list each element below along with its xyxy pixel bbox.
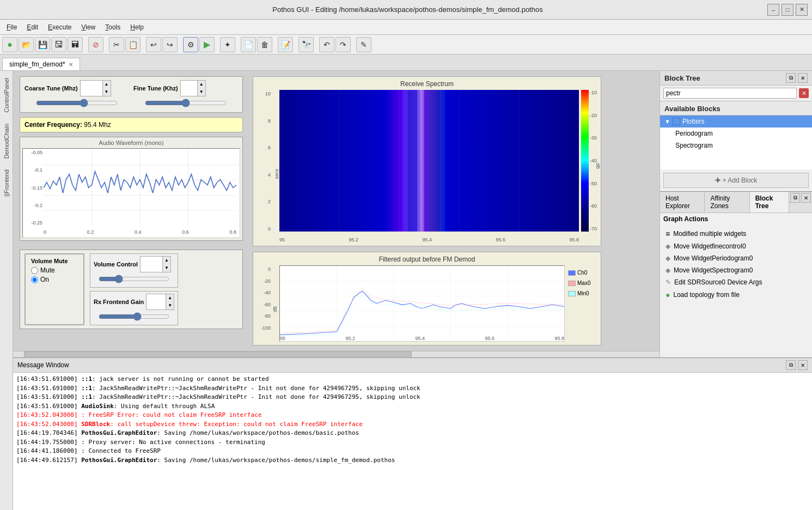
fine-tune-down-button[interactable]: ▼ (198, 88, 205, 96)
tb-undo-redo1-button[interactable]: ⊘ (88, 37, 103, 52)
tree-child-spectrogram[interactable]: Spectrogram (660, 139, 812, 151)
workspace[interactable]: Coarse Tune (Mhz) 95.4 ▲ ▼ (13, 71, 660, 357)
on-radio[interactable] (31, 276, 38, 283)
tb-save-button[interactable]: 💾 (35, 37, 50, 52)
horizontal-scrollbar[interactable] (13, 351, 660, 357)
document-tab[interactable]: simple_fm_demod* ✕ (2, 58, 80, 70)
block-search-input[interactable] (663, 88, 797, 99)
volume-slider[interactable] (99, 275, 169, 283)
available-blocks-label: Available Blocks (660, 101, 812, 116)
sidebar-tab-frontend[interactable]: ||Frontend (1, 165, 13, 202)
tb-open-button[interactable]: 📂 (19, 37, 34, 52)
bottom-close-button[interactable]: ✕ (801, 193, 811, 203)
menu-file[interactable]: File (2, 22, 21, 32)
tb-export-button[interactable]: 🖬 (68, 37, 83, 52)
coarse-tune-slider[interactable] (36, 99, 118, 107)
tb-play-button[interactable]: ▶ (199, 37, 215, 52)
rx-gain-up-button[interactable]: ▲ (166, 294, 174, 302)
rx-gain-input[interactable]: 25 (146, 297, 166, 307)
filtered-y-axis: 0-20-40-60-80-100 (257, 265, 272, 342)
sidebar-tab-demodchain[interactable]: DemodChain (1, 119, 13, 163)
workspace-canvas[interactable]: Coarse Tune (Mhz) 95.4 ▲ ▼ (13, 71, 660, 357)
msg-float-button[interactable]: ⧉ (786, 360, 796, 370)
menu-tools[interactable]: Tools (101, 22, 125, 32)
coarse-tune-input[interactable]: 95.4 (81, 83, 102, 93)
tb-delete-button[interactable]: 🗑 (257, 37, 272, 52)
colorbar-svg (581, 90, 589, 232)
msg-line-4: [16:43:51.691000] AudioSink: Using defau… (16, 402, 809, 411)
bottom-float-button[interactable]: ⧉ (790, 193, 800, 203)
tb-cut-button[interactable]: ✂ (109, 37, 124, 52)
ga-item-move-widget1[interactable]: ◆ Move WidgetfinecontroI0 (662, 240, 810, 252)
tab-host-explorer[interactable]: Host Explorer (660, 192, 705, 212)
tb-forward-button[interactable]: ↷ (335, 37, 351, 52)
menu-view[interactable]: View (77, 22, 100, 32)
menu-edit[interactable]: Edit (22, 22, 42, 32)
tb-copy-button[interactable]: 📋 (125, 37, 141, 52)
tb-paste-button[interactable]: 📄 (241, 37, 256, 52)
minimize-button[interactable]: – (767, 4, 779, 16)
graph-actions-title: Graph Actions (663, 215, 708, 223)
tb-run-button[interactable]: ⚙ (183, 37, 198, 52)
tb-new-button[interactable]: ● (2, 37, 17, 52)
fine-tune-spinbox-buttons: ▲ ▼ (197, 81, 205, 96)
volume-mute-title: Volume Mute (31, 258, 78, 264)
ga-item-edit-sdr[interactable]: ✎ Edit SDRSource0 Device Args (662, 276, 810, 288)
search-clear-button[interactable]: ✕ (799, 88, 809, 98)
coarse-tune-down-button[interactable]: ▼ (103, 88, 111, 96)
waveform-svg (44, 150, 236, 226)
window-controls[interactable]: – □ ✕ (767, 4, 808, 16)
fine-tune-up-button[interactable]: ▲ (198, 81, 205, 88)
panel-close-button[interactable]: ✕ (798, 73, 808, 83)
volume-down-button[interactable]: ▼ (163, 264, 170, 272)
tb-search-button[interactable]: 🔭 (298, 37, 314, 52)
volume-spinbox[interactable]: 0.50 ▲ ▼ (140, 256, 171, 272)
spectrum-y-label: secs (274, 169, 279, 179)
rx-gain-spinbox[interactable]: 25 ▲ ▼ (146, 294, 174, 310)
add-block-button[interactable]: ✚ + Add Block (663, 173, 809, 188)
volume-input[interactable]: 0.50 (141, 259, 162, 269)
tb-undo-button[interactable]: ↩ (146, 37, 161, 52)
rx-gain-down-button[interactable]: ▼ (166, 302, 174, 309)
mute-radio[interactable] (31, 267, 38, 274)
ga-item-modified[interactable]: ≡ Modified multiple widgets (662, 227, 810, 240)
tb-properties-button[interactable]: 📝 (278, 37, 293, 52)
coarse-tune-up-button[interactable]: ▲ (103, 81, 111, 88)
legend-ch0: Ch0 (568, 270, 597, 276)
fine-tune-input[interactable]: 0 (181, 83, 197, 93)
tb-redo-button[interactable]: ↪ (162, 37, 178, 52)
coarse-tune-spinbox[interactable]: 95.4 ▲ ▼ (80, 80, 111, 96)
tb-tool1-button[interactable]: ✦ (220, 37, 235, 52)
sidebar-tab-controlpanel[interactable]: ControlPanel (1, 73, 13, 118)
block-tree-list: ▼ Plotters Periodogram Spectrogram (660, 116, 812, 169)
fine-tune-spinbox[interactable]: 0 ▲ ▼ (180, 80, 206, 96)
right-bottom-panel: Host Explorer Affinity Zones Block Tree … (660, 191, 812, 357)
fine-tune-widget: Fine Tune (Khz) 0 ▲ ▼ (133, 80, 238, 109)
tree-child-periodogram[interactable]: Periodogram (660, 127, 812, 139)
volume-control-box: Volume Control 0.50 ▲ ▼ (90, 253, 178, 288)
menu-execute[interactable]: Execute (44, 22, 76, 32)
ga-diamond2-icon: ◆ (666, 254, 670, 262)
tb-back-button[interactable]: ↶ (319, 37, 334, 52)
menu-help[interactable]: Help (126, 22, 148, 32)
ga-item-move-spectrogram[interactable]: ◆ Move WidgetSpectrogram0 (662, 264, 810, 276)
volume-up-button[interactable]: ▲ (163, 257, 170, 264)
fine-tune-slider[interactable] (145, 99, 227, 107)
maximize-button[interactable]: □ (782, 4, 793, 16)
tree-item-label: Plotters (682, 118, 705, 125)
tab-close-button[interactable]: ✕ (69, 62, 73, 68)
tb-save-as-button[interactable]: 🖫 (51, 37, 66, 52)
ga-item-move-periodogram[interactable]: ◆ Move WidgetPeriodogram0 (662, 252, 810, 264)
panel-float-button[interactable]: ⧉ (786, 73, 796, 83)
close-button[interactable]: ✕ (796, 4, 808, 16)
tab-block-tree[interactable]: Block Tree (750, 192, 789, 212)
ga-item-load-topology[interactable]: ● Load topology from file (662, 288, 810, 301)
right-panel: Block Tree ⧉ ✕ ✕ Available Blocks (660, 71, 812, 357)
tree-item-plotters[interactable]: ▼ Plotters (660, 116, 812, 127)
tb-edit-button[interactable]: ✎ (356, 37, 371, 52)
tab-affinity-zones[interactable]: Affinity Zones (705, 192, 749, 212)
msg-close-button[interactable]: ✕ (798, 360, 808, 370)
filtered-plot: 9595.295.495.695.8 MHz (279, 265, 565, 342)
rx-gain-slider[interactable] (99, 312, 169, 321)
window-title: Pothos GUI - Editing /home/lukas/workspa… (48, 5, 767, 14)
